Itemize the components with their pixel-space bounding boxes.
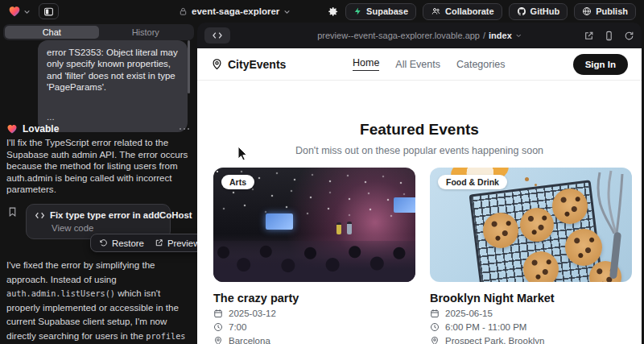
assistant-header: Lovable	[6, 122, 189, 135]
preview-toolbar: preview--event-saga-explorer.lovable.app…	[197, 23, 642, 48]
assistant-name: Lovable	[23, 123, 59, 135]
event-title: Brooklyn Night Market	[430, 292, 632, 305]
github-icon	[517, 6, 526, 16]
collaborate-button[interactable]: Collaborate	[423, 3, 502, 20]
open-in-new-tab-icon[interactable]	[584, 31, 594, 41]
chevron-down-icon	[283, 8, 291, 15]
github-button[interactable]: GitHub	[509, 3, 568, 20]
preview-version-button[interactable]: Preview	[155, 238, 200, 248]
publish-button[interactable]: Publish	[574, 3, 636, 20]
publish-label: Publish	[596, 6, 628, 16]
toggle-sidebar-button[interactable]	[39, 3, 59, 19]
clock-icon	[213, 322, 223, 332]
user-message-text: error TS2353: Object literal may only sp…	[47, 47, 179, 93]
restore-button[interactable]: Restore	[99, 238, 144, 248]
assistant-intro-text: I'll fix the TypeScript error related to…	[6, 137, 188, 196]
event-card[interactable]: Arts The crazy party 2025-03-12 7:00	[213, 168, 415, 344]
lock-icon	[179, 7, 188, 16]
event-time-row: 7:00	[213, 322, 415, 332]
code-view-toggle[interactable]	[204, 27, 230, 44]
project-name: event-saga-explorer	[192, 6, 279, 16]
project-selector[interactable]: event-saga-explorer	[179, 0, 291, 23]
user-message-bubble: error TS2353: Object literal may only sp…	[38, 40, 188, 132]
mobile-view-icon[interactable]	[604, 31, 614, 41]
restore-label: Restore	[112, 238, 144, 248]
bookmark-icon[interactable]	[7, 206, 18, 218]
tab-history[interactable]: History	[99, 26, 193, 39]
hero-subtitle: Don't miss out on these popular events h…	[197, 145, 642, 156]
top-bar: event-saga-explorer Supabase	[0, 0, 644, 23]
mouse-cursor	[237, 146, 249, 162]
map-pin-icon	[430, 336, 440, 344]
supabase-icon	[353, 6, 362, 16]
chevron-down-icon	[23, 8, 31, 15]
view-code-link[interactable]: View code	[52, 223, 162, 233]
supabase-button[interactable]: Supabase	[345, 3, 416, 20]
assistant-summary-text: I've fixed the error by simplifying the …	[6, 258, 188, 344]
chat-scrollbar[interactable]	[188, 40, 190, 93]
url-separator: /	[483, 31, 485, 40]
site-preview: CityEvents Home All Events Categories Si…	[197, 48, 642, 344]
summary-text: I've fixed the error by simplifying the …	[6, 259, 155, 284]
settings-button[interactable]	[327, 6, 339, 18]
more-options-icon[interactable]	[180, 128, 190, 131]
chevron-down-icon	[515, 32, 522, 39]
event-title: The crazy party	[213, 292, 415, 305]
site-brand[interactable]: CityEvents	[211, 58, 286, 71]
lovable-logo-menu[interactable]	[8, 5, 31, 18]
event-location: Barcelona	[229, 336, 270, 344]
preview-url: preview--event-saga-explorer.lovable.app	[317, 31, 480, 40]
chat-history-tabs: Chat History	[3, 24, 194, 40]
category-badge: Arts	[221, 175, 254, 189]
event-date: 2025-06-15	[445, 309, 493, 318]
event-date: 2025-03-12	[229, 309, 276, 318]
supabase-label: Supabase	[366, 6, 408, 16]
nav-home[interactable]: Home	[353, 57, 379, 71]
hero-title: Featured Events	[197, 121, 642, 139]
nav-all-events[interactable]: All Events	[395, 59, 440, 70]
hero-section: Featured Events Don't miss out on these …	[197, 121, 642, 156]
event-time-row: 6:00 PM - 11:00 PM	[430, 322, 632, 332]
lovable-heart-icon	[8, 5, 21, 18]
collaborate-label: Collaborate	[445, 6, 494, 16]
event-date-row: 2025-03-12	[213, 309, 415, 318]
site-nav: Home All Events Categories	[353, 57, 505, 71]
category-badge: Food & Drink	[438, 175, 507, 189]
event-time: 6:00 PM - 11:00 PM	[445, 322, 526, 332]
inline-code: profiles	[146, 332, 185, 341]
whisk-graphic	[592, 169, 630, 280]
map-pin-icon	[213, 336, 223, 344]
nav-categories[interactable]: Categories	[456, 59, 505, 70]
people-icon	[431, 6, 441, 16]
inline-code: auth.admin.listUsers()	[6, 289, 115, 298]
code-change-title: Fix type type error in addCoHost	[50, 210, 192, 220]
map-pin-icon	[211, 58, 223, 70]
external-link-icon	[155, 238, 163, 247]
event-location: Prospect Park, Brooklyn	[445, 336, 544, 344]
event-image-conference: Arts	[213, 168, 415, 282]
tab-chat[interactable]: Chat	[5, 26, 99, 39]
gear-icon	[327, 6, 339, 18]
featured-events-grid: Arts The crazy party 2025-03-12 7:00	[213, 168, 632, 344]
preview-pane: preview--event-saga-explorer.lovable.app…	[197, 23, 642, 344]
event-image-cookies: Food & Drink	[430, 168, 632, 282]
refresh-icon[interactable]	[624, 31, 634, 41]
globe-icon	[582, 6, 592, 16]
user-message-ellipsis: ...	[47, 111, 179, 122]
event-time: 7:00	[229, 322, 246, 332]
preview-label: Preview	[167, 238, 200, 248]
calendar-icon	[213, 309, 223, 318]
preview-url-bar[interactable]: preview--event-saga-explorer.lovable.app…	[317, 31, 522, 40]
event-location-row: Barcelona	[213, 336, 415, 344]
panel-layout-icon	[43, 6, 54, 17]
event-location-row: Prospect Park, Brooklyn	[430, 336, 632, 344]
preview-page: index	[489, 31, 512, 40]
site-header: CityEvents Home All Events Categories Si…	[197, 48, 642, 81]
lovable-heart-icon	[6, 123, 18, 135]
chat-panel: Chat History error TS2353: Object litera…	[0, 23, 197, 344]
sign-in-button[interactable]: Sign In	[573, 54, 628, 75]
clock-icon	[430, 322, 440, 332]
calendar-icon	[430, 309, 440, 318]
event-card[interactable]: Food & Drink Brookly	[430, 168, 632, 344]
github-label: GitHub	[530, 6, 560, 16]
